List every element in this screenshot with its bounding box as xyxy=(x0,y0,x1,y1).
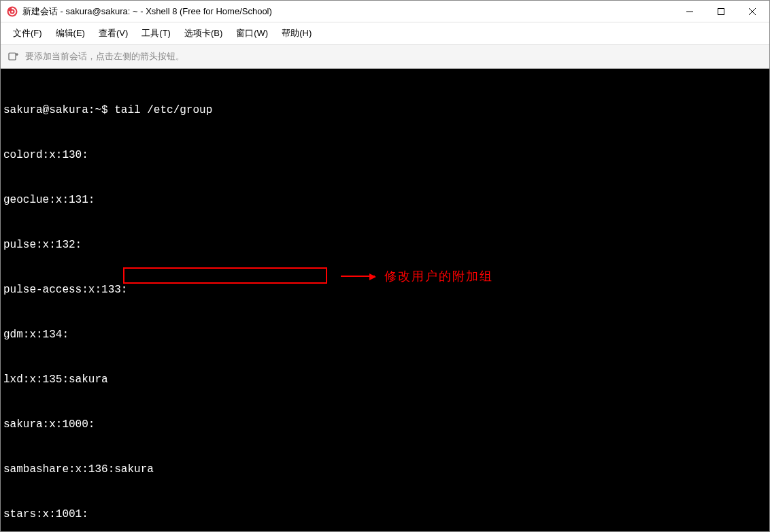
menu-help[interactable]: 帮助(H) xyxy=(276,24,317,42)
arrow-icon xyxy=(341,276,375,277)
minimize-button[interactable] xyxy=(674,1,705,22)
annotation: 修改用户的附加组 xyxy=(341,269,493,284)
terminal-line: lxd:x:135:sakura xyxy=(3,372,767,387)
add-tab-icon[interactable] xyxy=(7,50,20,63)
terminal-line: sambashare:x:136:sakura xyxy=(3,462,767,477)
terminal-line: sakura@sakura:~$ tail /etc/group xyxy=(3,103,767,118)
tab-strip: 要添加当前会话，点击左侧的箭头按钮。 xyxy=(1,44,769,69)
menu-tabs[interactable]: 选项卡(B) xyxy=(179,24,228,42)
svg-rect-3 xyxy=(718,8,724,14)
menu-window[interactable]: 窗口(W) xyxy=(231,24,273,42)
menu-edit[interactable]: 编辑(E) xyxy=(50,24,90,42)
menubar: 文件(F) 编辑(E) 查看(V) 工具(T) 选项卡(B) 窗口(W) 帮助(… xyxy=(1,22,769,44)
app-icon xyxy=(6,5,18,18)
terminal-line: sakura:x:1000: xyxy=(3,417,767,432)
tab-hint: 要添加当前会话，点击左侧的箭头按钮。 xyxy=(25,50,184,63)
close-button[interactable] xyxy=(737,1,768,22)
svg-rect-6 xyxy=(9,53,16,60)
window-title: 新建会话 - sakura@sakura: ~ - Xshell 8 (Free… xyxy=(22,5,272,18)
terminal-line: stars:x:1001: xyxy=(3,507,767,522)
maximize-button[interactable] xyxy=(705,1,737,22)
highlight-box xyxy=(123,267,327,284)
annotation-text: 修改用户的附加组 xyxy=(384,269,493,284)
terminal-line: colord:x:130: xyxy=(3,148,767,163)
terminal-line: gdm:x:134: xyxy=(3,327,767,342)
terminal-line: geoclue:x:131: xyxy=(3,193,767,207)
menu-file[interactable]: 文件(F) xyxy=(7,24,48,42)
terminal-line: pulse:x:132: xyxy=(3,237,767,252)
terminal-line: pulse-access:x:133: xyxy=(3,282,767,297)
titlebar: 新建会话 - sakura@sakura: ~ - Xshell 8 (Free… xyxy=(1,1,769,22)
terminal[interactable]: sakura@sakura:~$ tail /etc/group colord:… xyxy=(1,69,769,531)
svg-point-1 xyxy=(12,10,14,12)
menu-view[interactable]: 查看(V) xyxy=(93,24,133,42)
menu-tools[interactable]: 工具(T) xyxy=(136,24,176,42)
